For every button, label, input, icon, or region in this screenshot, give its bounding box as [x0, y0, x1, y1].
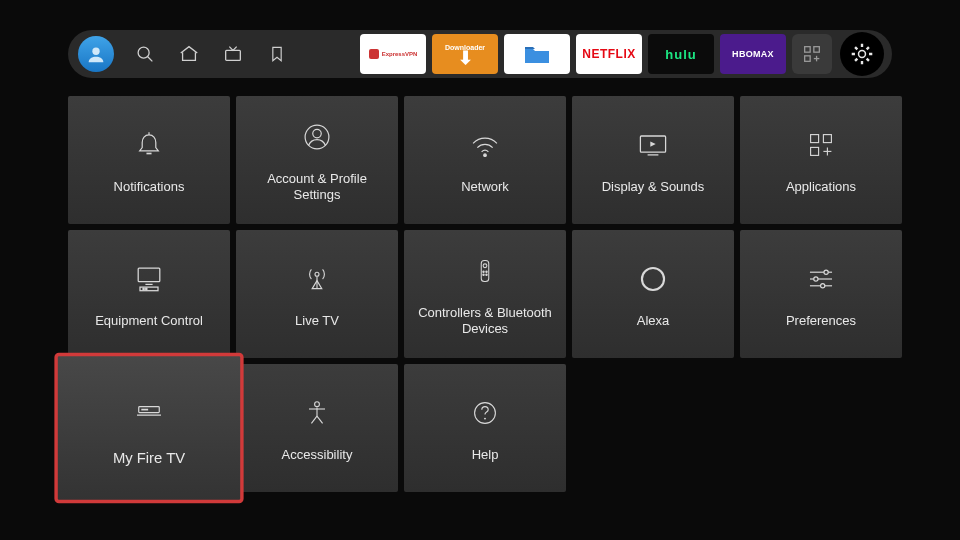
app-tile-hulu[interactable]: hulu [648, 34, 714, 74]
top-nav-left [76, 36, 290, 72]
app-tile-hbomax[interactable]: HBOMAX [720, 34, 786, 74]
accessibility-icon [297, 393, 337, 433]
svg-point-27 [146, 288, 147, 289]
app-tile-downloader[interactable]: Downloader⬇ [432, 34, 498, 74]
svg-point-26 [143, 288, 144, 289]
settings-tile-controllers[interactable]: Controllers & Bluetooth Devices [404, 230, 566, 358]
svg-point-1 [138, 47, 149, 58]
help-icon [465, 393, 505, 433]
folder-icon [523, 43, 551, 65]
settings-tile-notifications[interactable]: Notifications [68, 96, 230, 224]
tile-label: Live TV [295, 313, 339, 329]
tile-label: Equipment Control [95, 313, 203, 329]
svg-rect-20 [811, 147, 819, 155]
settings-tile-equipment[interactable]: Equipment Control [68, 230, 230, 358]
app-tile-netflix[interactable]: NETFLIX [576, 34, 642, 74]
tile-label: Applications [786, 179, 856, 195]
settings-tile-myfiretv[interactable]: My Fire TV [57, 355, 242, 501]
settings-grid: Notifications Account & Profile Settings… [68, 96, 898, 492]
wifi-icon [465, 125, 505, 165]
live-tv-icon[interactable] [220, 41, 246, 67]
tile-label: My Fire TV [113, 450, 185, 469]
settings-tile-help[interactable]: Help [404, 364, 566, 492]
account-icon [297, 117, 337, 157]
svg-rect-44 [141, 409, 148, 411]
bell-icon [129, 125, 169, 165]
settings-tile-preferences[interactable]: Preferences [740, 230, 902, 358]
svg-point-40 [814, 277, 818, 281]
settings-tile-account[interactable]: Account & Profile Settings [236, 96, 398, 224]
app-label: NETFLIX [582, 47, 636, 61]
search-icon[interactable] [132, 41, 158, 67]
tile-label: Help [472, 447, 499, 463]
tile-label: Account & Profile Settings [247, 171, 387, 204]
apps-grid-button[interactable] [792, 34, 832, 74]
svg-point-35 [486, 274, 487, 275]
svg-rect-5 [814, 47, 820, 53]
svg-point-13 [313, 129, 322, 138]
svg-point-34 [483, 274, 484, 275]
tile-label: Network [461, 179, 509, 195]
settings-tile-livetv[interactable]: Live TV [236, 230, 398, 358]
download-arrow-icon: ⬇ [458, 51, 473, 65]
svg-rect-3 [226, 50, 241, 60]
svg-rect-18 [811, 134, 819, 142]
applications-icon [801, 125, 841, 165]
svg-rect-23 [138, 268, 160, 282]
svg-line-50 [317, 416, 323, 423]
gear-icon [849, 41, 875, 67]
tile-label: Accessibility [282, 447, 353, 463]
tile-label: Alexa [637, 313, 670, 329]
svg-rect-19 [823, 134, 831, 142]
svg-point-32 [483, 271, 484, 272]
sliders-icon [801, 259, 841, 299]
app-label: HBOMAX [732, 49, 774, 59]
tile-label: Display & Sounds [602, 179, 705, 195]
svg-point-31 [483, 264, 487, 268]
antenna-icon [297, 259, 337, 299]
svg-rect-4 [805, 47, 811, 53]
app-label: hulu [665, 47, 696, 62]
svg-point-33 [486, 271, 487, 272]
settings-tile-display[interactable]: Display & Sounds [572, 96, 734, 224]
svg-point-14 [484, 154, 487, 157]
top-nav-right: ExpressVPN Downloader⬇ NETFLIX hulu HBOM… [360, 32, 884, 76]
svg-line-49 [311, 416, 317, 423]
app-label: ExpressVPN [382, 51, 418, 57]
top-nav-bar: ExpressVPN Downloader⬇ NETFLIX hulu HBOM… [68, 30, 892, 78]
equipment-icon [129, 259, 169, 299]
remote-icon [465, 251, 505, 291]
svg-point-38 [824, 270, 828, 274]
settings-tile-accessibility[interactable]: Accessibility [236, 364, 398, 492]
settings-button[interactable] [840, 32, 884, 76]
tile-label: Notifications [114, 179, 185, 195]
tile-label: Controllers & Bluetooth Devices [415, 305, 555, 338]
svg-line-2 [148, 57, 153, 62]
svg-point-46 [315, 402, 320, 407]
svg-point-28 [315, 272, 319, 276]
svg-rect-6 [805, 56, 811, 62]
profile-avatar[interactable] [78, 36, 114, 72]
svg-point-9 [859, 51, 866, 58]
app-tile-esfile[interactable] [504, 34, 570, 74]
svg-point-0 [92, 48, 99, 55]
alexa-icon [633, 259, 673, 299]
settings-tile-applications[interactable]: Applications [740, 96, 902, 224]
settings-tile-alexa[interactable]: Alexa [572, 230, 734, 358]
user-icon [85, 43, 107, 65]
svg-point-42 [821, 284, 825, 288]
settings-tile-network[interactable]: Network [404, 96, 566, 224]
home-icon[interactable] [176, 41, 202, 67]
svg-point-52 [484, 418, 486, 420]
svg-marker-16 [650, 141, 655, 146]
firetv-device-icon [126, 388, 172, 434]
app-tile-expressvpn[interactable]: ExpressVPN [360, 34, 426, 74]
svg-point-36 [642, 268, 664, 290]
tile-label: Preferences [786, 313, 856, 329]
display-icon [633, 125, 673, 165]
bookmark-icon[interactable] [264, 41, 290, 67]
